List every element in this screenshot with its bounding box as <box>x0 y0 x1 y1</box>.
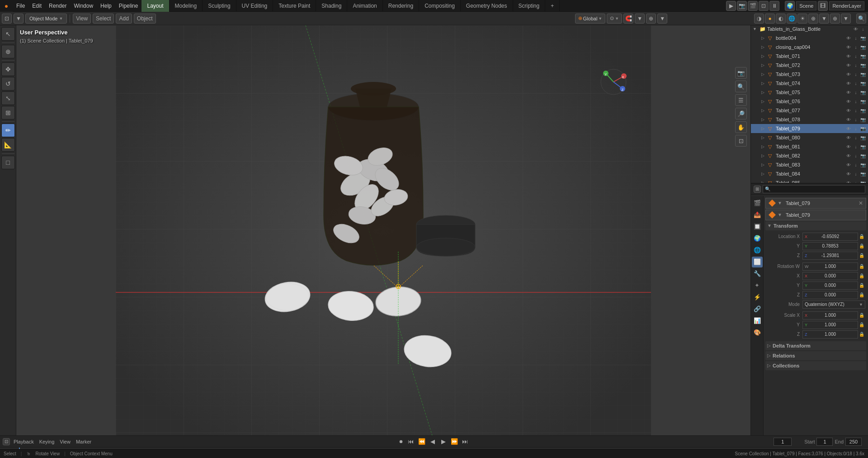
location-x-lock[interactable]: 🔒 <box>858 233 865 241</box>
menu-pipeline[interactable]: Pipeline <box>115 0 142 12</box>
move-tool[interactable]: ✥ <box>1 62 15 76</box>
viewport-search[interactable]: 🔍 <box>856 14 866 24</box>
rotate-tool[interactable]: ↺ <box>1 77 15 91</box>
rotation-w-lock[interactable]: 🔒 <box>858 262 865 271</box>
proportional-falloff[interactable]: ▼ <box>657 14 667 24</box>
view-menu-btn[interactable]: ⊡ <box>735 135 747 147</box>
sel-icon-2[interactable]: ↓ <box>853 44 859 50</box>
end-frame-field[interactable]: 250 <box>845 438 862 446</box>
location-z-field[interactable]: Z -1.29381 <box>802 252 858 260</box>
tab-animation[interactable]: Animation <box>347 0 382 12</box>
outliner-item-tablet078[interactable]: ▷ ▽ Tablet_078 👁 ↓ 📷 <box>751 115 868 124</box>
axis-gizmo[interactable]: X Y Z <box>598 66 629 98</box>
tab-scripting[interactable]: Scripting <box>513 0 546 12</box>
annotate-tool[interactable]: ✏ <box>1 124 15 137</box>
rotation-z-lock[interactable]: 🔒 <box>858 291 865 299</box>
measure-tool[interactable]: 📐 <box>1 138 15 152</box>
collections-header[interactable]: ▷ Collections <box>765 361 866 370</box>
delta-transform-header[interactable]: ▷ Delta Transform <box>765 341 866 350</box>
snap-settings[interactable]: ▼ <box>635 14 645 24</box>
add-primitive-tool[interactable]: □ <box>1 156 15 169</box>
rotation-x-lock[interactable]: 🔒 <box>858 272 865 280</box>
view-menu[interactable]: View <box>73 14 91 24</box>
outliner-item-tablet076[interactable]: ▷ ▽ Tablet_076 👁 ↓ 📷 <box>751 97 868 106</box>
jump-prev-keyframe-btn[interactable]: ⏪ <box>417 437 426 446</box>
proportional-edit[interactable]: ⊕ <box>646 14 656 24</box>
tab-texture-paint[interactable]: Texture Paint <box>273 0 316 12</box>
cursor-tool[interactable]: ⊕ <box>1 45 15 58</box>
play-reverse-btn[interactable]: ◀ <box>428 437 437 446</box>
pivot-point-btn[interactable]: ⊙ ▼ <box>607 14 622 24</box>
props-tab-world[interactable]: 🌐 <box>752 245 763 256</box>
visibility-icon[interactable]: 👁 <box>853 26 859 32</box>
tab-shading[interactable]: Shading <box>316 0 347 12</box>
props-tab-material[interactable]: 🎨 <box>752 327 763 338</box>
rotation-z-field[interactable]: Z 0.000 <box>802 291 858 299</box>
playback-menu[interactable]: Playback <box>12 439 36 444</box>
scale-x-lock[interactable]: 🔒 <box>858 311 865 320</box>
rotation-y-field[interactable]: Y 0.000 <box>802 281 858 290</box>
props-tab-view-layer[interactable]: 🔲 <box>752 221 763 232</box>
solid-mode[interactable]: ● <box>765 14 775 24</box>
outliner-item-tablet072[interactable]: ▷ ▽ Tablet_072 👁 ↓ 📷 <box>751 61 868 70</box>
props-tab-output[interactable]: 📤 <box>752 210 763 220</box>
ren-icon[interactable]: 📷 <box>860 35 866 41</box>
scale-y-lock[interactable]: 🔒 <box>858 321 865 329</box>
rotation-x-field[interactable]: X 0.000 <box>802 272 858 280</box>
overlays-dropdown[interactable]: ▼ <box>819 14 829 24</box>
props-tab-modifier[interactable]: 🔧 <box>752 268 763 279</box>
outliner-collection-header[interactable]: ▼ 📁 Tablets_in_Glass_Bottle 👁 ↓ <box>751 24 868 33</box>
tab-compositing[interactable]: Compositing <box>419 0 461 12</box>
render-animation-btn[interactable]: 🎬 <box>748 1 758 11</box>
keying-menu[interactable]: Keying <box>38 439 57 444</box>
select-box-tool[interactable]: ↖ <box>1 27 15 41</box>
outliner-item-tablet082[interactable]: ▷ ▽ Tablet_082 👁 ↓ 📷 <box>751 151 868 160</box>
transform-tool[interactable]: ⊞ <box>1 106 15 119</box>
props-tab-object[interactable]: ⬜ <box>752 257 763 267</box>
location-x-field[interactable]: X -0.65092 <box>802 233 858 241</box>
vis-icon-2[interactable]: 👁 <box>845 44 852 50</box>
editor-type-btn[interactable]: ⊡ <box>2 14 12 24</box>
scale-z-lock[interactable]: 🔒 <box>858 330 865 339</box>
viewport-render-btn[interactable]: ⊡ <box>759 1 769 11</box>
outliner-item-tablet074[interactable]: ▷ ▽ Tablet_074 👁 ↓ 📷 <box>751 79 868 88</box>
hand-tool-btn[interactable]: ✋ <box>735 121 747 133</box>
location-z-lock[interactable]: 🔒 <box>858 252 865 260</box>
outliner-item-tablet077[interactable]: ▷ ▽ Tablet_077 👁 ↓ 📷 <box>751 106 868 115</box>
scale-x-field[interactable]: X 1.000 <box>802 311 858 320</box>
sel-icon[interactable]: ↓ <box>853 35 859 41</box>
tab-rendering[interactable]: Rendering <box>383 0 419 12</box>
outliner-item-tablet083[interactable]: ▷ ▽ Tablet_083 👁 ↓ 📷 <box>751 160 868 169</box>
gizmos-btn[interactable]: ⊕ <box>830 14 840 24</box>
props-tab-render[interactable]: 🎬 <box>752 198 763 209</box>
outliner-item-bottle004[interactable]: ▷ ▽ bottle004 👁 ↓ 📷 <box>751 33 868 43</box>
vis-icon[interactable]: 👁 <box>845 35 852 41</box>
object-mode-dropdown[interactable]: Object Mode ▼ <box>25 14 67 24</box>
menu-window[interactable]: Window <box>70 0 97 12</box>
toggle-sidebar-btn[interactable]: ☰ <box>735 94 747 106</box>
menu-render[interactable]: Render <box>45 0 70 12</box>
snap-toggle[interactable]: 🧲 <box>623 14 633 24</box>
gizmos-dropdown[interactable]: ▼ <box>841 14 851 24</box>
jump-next-keyframe-btn[interactable]: ⏩ <box>450 437 459 446</box>
ren-icon-2[interactable]: 📷 <box>860 44 866 50</box>
xray-toggle[interactable]: ◑ <box>754 14 764 24</box>
outliner-item-closing-cap004[interactable]: ▷ ▽ closing_cap004 👁 ↓ 📷 <box>751 43 868 52</box>
transform-section-header[interactable]: ▼ Transform <box>765 221 866 230</box>
marker-menu[interactable]: Marker <box>74 439 93 444</box>
rotation-y-lock[interactable]: 🔒 <box>858 281 865 290</box>
mesh-name-bar[interactable]: ▼ Tablet_079 <box>765 210 866 220</box>
props-tab-particles[interactable]: ✦ <box>752 280 763 291</box>
rotation-mode-dropdown[interactable]: Quaternion (WXYZ) ▼ <box>802 301 865 309</box>
tab-uv-editing[interactable]: UV Editing <box>236 0 274 12</box>
render-image-btn[interactable]: 📷 <box>737 1 747 11</box>
tab-geometry-nodes[interactable]: Geometry Nodes <box>461 0 513 12</box>
menu-edit[interactable]: Edit <box>28 0 45 12</box>
outliner-item-tablet085[interactable]: ▷ ▽ Tablet_085 👁 ↓ 📷 <box>751 178 868 183</box>
outliner-item-tablet079[interactable]: ▷ ▽ Tablet_079 👁 ↓ 📷 <box>751 124 868 133</box>
scale-y-field[interactable]: Y 1.000 <box>802 321 858 329</box>
add-menu[interactable]: Add <box>116 14 132 24</box>
active-object-dropdown[interactable]: ▼ <box>778 200 784 205</box>
outliner-item-tablet080[interactable]: ▷ ▽ Tablet_080 👁 ↓ 📷 <box>751 133 868 142</box>
camera-perspective-btn[interactable]: 📷 <box>735 67 747 79</box>
